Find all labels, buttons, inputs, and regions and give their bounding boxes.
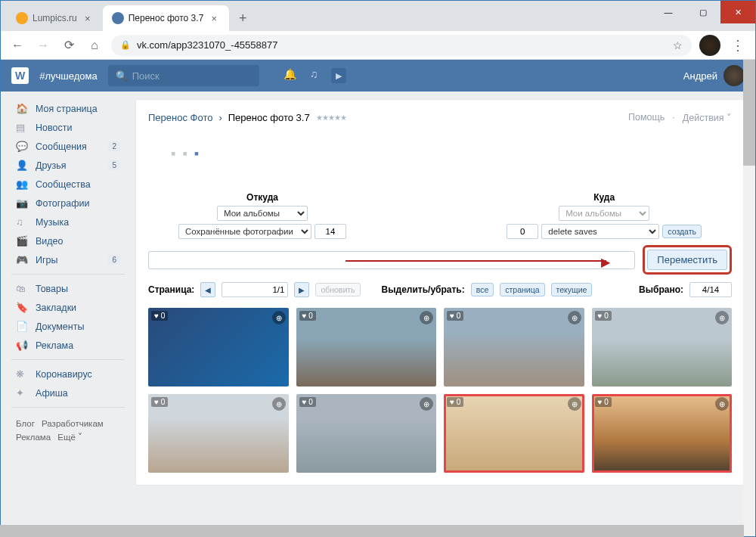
browser-titlebar: Lumpics.ru × Перенос фото 3.7 × + — ▢ ✕ xyxy=(1,1,755,31)
photo-thumbnail[interactable]: ♥ 0⊕ xyxy=(444,308,584,386)
chevron-right-icon: › xyxy=(218,112,222,123)
sidebar-item[interactable]: 👤Друзья5 xyxy=(11,156,125,175)
music-icon[interactable]: ♫ xyxy=(310,68,318,83)
browser-tab-2[interactable]: Перенос фото 3.7 × xyxy=(103,5,230,31)
sidebar-icon: ❋ xyxy=(16,368,29,380)
from-subalbum-select[interactable]: Сохранённые фотографии xyxy=(178,224,311,239)
vk-sidebar: 🏠Моя страница▤Новости💬Сообщения2👤Друзья5… xyxy=(11,99,125,486)
sidebar-item[interactable]: ▤Новости xyxy=(11,118,125,137)
nav-reload-button[interactable]: ⟳ xyxy=(60,36,78,54)
help-link[interactable]: Помощь xyxy=(628,112,665,123)
to-album-select[interactable]: Мои альбомы xyxy=(559,206,649,221)
photo-thumbnail[interactable]: ♥ 0⊕ xyxy=(296,394,437,473)
close-window-button[interactable]: ✕ xyxy=(720,1,755,23)
close-icon[interactable]: × xyxy=(208,12,220,24)
likes-badge: ♥ 0 xyxy=(595,311,612,321)
sidebar-item[interactable]: 🏠Моя страница xyxy=(11,99,125,118)
page-next-button[interactable]: ▶ xyxy=(294,282,309,297)
action-row: ▶ Переместить xyxy=(148,245,732,275)
nav-forward-button[interactable]: → xyxy=(34,36,52,54)
vk-header-icons: 🔔 ♫ ▶ xyxy=(284,68,347,83)
zoom-icon[interactable]: ⊕ xyxy=(272,311,286,324)
breadcrumb-root[interactable]: Перенос Фото xyxy=(148,112,212,123)
play-icon[interactable]: ▶ xyxy=(331,68,346,83)
sidebar-item[interactable]: 📷Фотографии xyxy=(11,194,125,213)
select-all-button[interactable]: все xyxy=(471,283,494,296)
refresh-button[interactable]: обновить xyxy=(315,283,360,296)
sidebar-item-label: Афиша xyxy=(36,388,68,399)
sidebar-separator xyxy=(11,407,125,408)
select-current-button[interactable]: текущие xyxy=(551,283,593,296)
from-album-select[interactable]: Мои альбомы xyxy=(217,206,308,221)
sidebar-item[interactable]: 📄Документы xyxy=(11,317,125,336)
zoom-icon[interactable]: ⊕ xyxy=(715,311,729,324)
page-input[interactable] xyxy=(222,282,288,297)
from-count-field[interactable] xyxy=(314,224,346,239)
to-count-field[interactable] xyxy=(507,224,538,239)
sidebar-separator xyxy=(11,359,125,360)
footer-link[interactable]: Ещё ˅ xyxy=(57,433,82,442)
sidebar-item[interactable]: 💬Сообщения2 xyxy=(11,137,125,156)
minimize-button[interactable]: — xyxy=(651,1,686,23)
vk-logo[interactable]: W xyxy=(11,67,29,84)
sidebar-item[interactable]: ✦Афиша xyxy=(11,383,125,402)
zoom-icon[interactable]: ⊕ xyxy=(568,311,581,324)
bell-icon[interactable]: 🔔 xyxy=(284,68,296,83)
sidebar-item[interactable]: 🎬Видео xyxy=(11,231,125,250)
sidebar-item[interactable]: ♫Музыка xyxy=(11,213,125,231)
vk-user-menu[interactable]: Андрей xyxy=(683,65,745,86)
vertical-scrollbar[interactable] xyxy=(743,60,755,536)
select-page-button[interactable]: страница xyxy=(500,283,544,296)
photo-gallery: ♥ 0⊕♥ 0⊕♥ 0⊕♥ 0⊕♥ 0⊕♥ 0⊕♥ 0⊕♥ 0⊕ xyxy=(148,308,732,473)
new-tab-button[interactable]: + xyxy=(232,8,253,29)
photo-thumbnail[interactable]: ♥ 0⊕ xyxy=(444,394,584,473)
browser-tab-1[interactable]: Lumpics.ru × xyxy=(7,5,103,31)
sidebar-item[interactable]: 🔖Закладки xyxy=(11,298,125,317)
browser-menu-button[interactable]: ⋮ xyxy=(728,37,748,54)
sidebar-item[interactable]: 🛍Товары xyxy=(11,279,125,298)
sidebar-item-label: Друзья xyxy=(36,160,67,171)
actions-menu[interactable]: Действия ˅ xyxy=(683,112,732,123)
zoom-icon[interactable]: ⊕ xyxy=(420,311,433,324)
sidebar-item[interactable]: ❋Коронавирус xyxy=(11,365,125,383)
sidebar-footer-links: Блог Разработчикам Реклама Ещё ˅ xyxy=(11,412,125,449)
sidebar-item-label: Документы xyxy=(36,321,84,332)
page-prev-button[interactable]: ◀ xyxy=(200,282,215,297)
sidebar-item-label: Коронавирус xyxy=(36,369,92,380)
horizontal-scrollbar[interactable] xyxy=(0,525,744,537)
footer-link[interactable]: Разработчикам xyxy=(42,419,104,428)
photo-thumbnail[interactable]: ♥ 0⊕ xyxy=(592,394,733,473)
footer-link[interactable]: Блог xyxy=(16,419,35,428)
bookmark-star-icon[interactable]: ☆ xyxy=(673,39,683,51)
photo-thumbnail[interactable]: ♥ 0⊕ xyxy=(592,308,733,386)
to-subalbum-select[interactable]: delete saves xyxy=(541,224,659,239)
create-button[interactable]: создать xyxy=(662,225,702,238)
move-button[interactable]: Переместить xyxy=(647,250,727,270)
sidebar-item-label: Музыка xyxy=(36,217,69,228)
vk-hashtag[interactable]: #лучшедома xyxy=(39,70,97,82)
sidebar-item[interactable]: 👥Сообщества xyxy=(11,175,125,194)
photo-thumbnail[interactable]: ♥ 0⊕ xyxy=(296,308,437,386)
sidebar-badge: 6 xyxy=(108,255,120,265)
zoom-icon[interactable]: ⊕ xyxy=(272,397,286,411)
sidebar-item[interactable]: 📢Реклама xyxy=(11,336,125,355)
photo-thumbnail[interactable]: ♥ 0⊕ xyxy=(148,308,289,386)
zoom-icon[interactable]: ⊕ xyxy=(420,397,433,411)
likes-badge: ♥ 0 xyxy=(447,397,463,407)
profile-avatar[interactable] xyxy=(699,35,720,56)
nav-back-button[interactable]: ← xyxy=(8,36,26,54)
maximize-button[interactable]: ▢ xyxy=(686,1,720,23)
vk-search-input[interactable]: 🔍 Поиск xyxy=(108,65,259,86)
url-field[interactable]: 🔒 vk.com/app3231070_-45558877 ☆ xyxy=(111,35,692,56)
zoom-icon[interactable]: ⊕ xyxy=(715,397,729,411)
nav-home-button[interactable]: ⌂ xyxy=(85,36,104,54)
close-icon[interactable]: × xyxy=(82,12,94,24)
zoom-icon[interactable]: ⊕ xyxy=(568,397,581,411)
sidebar-icon: 📄 xyxy=(16,321,29,332)
selected-count xyxy=(689,282,732,297)
photo-thumbnail[interactable]: ♥ 0⊕ xyxy=(148,394,289,473)
sidebar-item-label: Закладки xyxy=(36,303,76,313)
sidebar-item[interactable]: 🎮Игры6 xyxy=(11,250,125,269)
rating-stars[interactable]: ★★★★★ xyxy=(316,113,346,122)
footer-link[interactable]: Реклама xyxy=(16,433,51,442)
